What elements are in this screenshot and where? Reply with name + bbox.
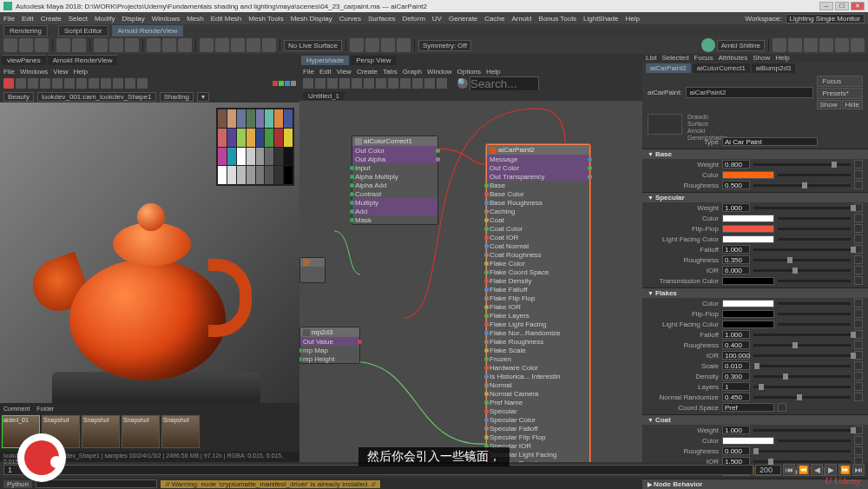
menu-generate[interactable]: Generate bbox=[449, 15, 477, 23]
moduleset-dropdown[interactable]: Rendering bbox=[3, 25, 48, 36]
node-aicolorcorrect1[interactable]: aiColorCorrect1 Out Color Out Alpha Inpu… bbox=[352, 135, 438, 225]
channel-box-icon[interactable] bbox=[804, 38, 818, 52]
snap-curve-icon[interactable] bbox=[215, 38, 229, 52]
node-cp-input-28[interactable]: Specular Falloff bbox=[487, 424, 589, 433]
rv-isolate-icon[interactable] bbox=[76, 78, 87, 89]
color-channel-icons[interactable] bbox=[273, 81, 296, 86]
ae-value-field[interactable]: 0.400 bbox=[722, 340, 750, 349]
node-port-input[interactable]: Input bbox=[352, 163, 437, 172]
menu-mesh[interactable]: Mesh bbox=[187, 15, 204, 23]
node-port-outalpha[interactable]: Out Alpha bbox=[352, 155, 437, 163]
node-graph[interactable]: aiColorCorrect1 Out Color Out Alpha Inpu… bbox=[299, 101, 642, 462]
hs-tab-perspview[interactable]: Persp View bbox=[351, 56, 396, 65]
hs-tool-remove-icon[interactable] bbox=[388, 78, 398, 89]
panel-tab-arnoldrenderview[interactable]: Arnold RenderView bbox=[112, 25, 184, 36]
timeline-end-field[interactable]: 200 bbox=[755, 465, 781, 475]
ae-color-swatch[interactable] bbox=[722, 171, 774, 179]
ae-slider[interactable] bbox=[778, 323, 851, 326]
rv-shading-dropdown[interactable]: Shading bbox=[160, 92, 194, 102]
ae-value-field[interactable]: 0.500 bbox=[722, 181, 750, 189]
render-icon[interactable] bbox=[365, 38, 379, 52]
ae-map-button[interactable] bbox=[854, 299, 863, 307]
menu-cache[interactable]: Cache bbox=[484, 15, 504, 23]
node-cp-input-15[interactable]: Flake Layers bbox=[487, 311, 589, 320]
node-cp-input-14[interactable]: Flake IOR bbox=[487, 302, 589, 311]
play-forward-icon[interactable]: ▶ bbox=[825, 464, 837, 476]
modeling-toolkit-icon[interactable] bbox=[851, 38, 865, 52]
ae-slider[interactable] bbox=[753, 375, 851, 378]
ae-map-button[interactable] bbox=[854, 224, 863, 233]
ae-slider[interactable] bbox=[753, 248, 851, 251]
menu-create[interactable]: Create bbox=[41, 15, 62, 23]
hs-menu-file[interactable]: File bbox=[303, 68, 314, 76]
node-port-outcolor[interactable]: Out Color bbox=[352, 146, 437, 155]
minimize-button[interactable]: ─ bbox=[819, 2, 833, 10]
close-button[interactable]: ✕ bbox=[851, 2, 865, 10]
ae-slider[interactable] bbox=[753, 207, 851, 209]
ae-section-base[interactable]: Base bbox=[642, 149, 868, 159]
ae-map-button[interactable] bbox=[854, 361, 863, 370]
ae-slider[interactable] bbox=[753, 386, 851, 388]
snap-grid-icon[interactable] bbox=[200, 38, 214, 52]
rv-settings-icon[interactable] bbox=[113, 78, 123, 89]
menu-edit[interactable]: Edit bbox=[22, 15, 34, 23]
ae-value-field[interactable]: 1.000 bbox=[722, 330, 750, 339]
rv-aov-dropdown[interactable]: Beauty bbox=[3, 92, 34, 102]
hs-tool-clear-icon[interactable] bbox=[352, 78, 362, 89]
node-cp-input-26[interactable]: Specular bbox=[487, 406, 589, 415]
ae-slider[interactable] bbox=[753, 460, 851, 463]
hs-tool-add-icon[interactable] bbox=[376, 78, 386, 89]
node-cp-outtrans[interactable]: Out Transparency bbox=[487, 172, 589, 181]
node-cp-input-10[interactable]: Flake Coord Space bbox=[487, 268, 589, 276]
ae-map-button[interactable] bbox=[854, 181, 863, 189]
ae-menu-attributes[interactable]: Attributes bbox=[718, 54, 747, 62]
account-icon[interactable] bbox=[701, 38, 715, 52]
hs-search-input[interactable] bbox=[470, 76, 539, 91]
go-to-end-icon[interactable]: ⏭ bbox=[852, 464, 865, 476]
rv-camera-dropdown[interactable]: lookdev_001:cam_lookdev_Shape1 bbox=[37, 92, 156, 102]
rv-exposure-dropdown[interactable]: ▾ bbox=[197, 92, 209, 102]
move-tool-icon[interactable] bbox=[147, 38, 161, 52]
snap-point-icon[interactable] bbox=[231, 38, 245, 52]
hs-tool-input-icon[interactable] bbox=[315, 78, 326, 89]
ae-map-button[interactable] bbox=[854, 382, 863, 391]
node-port-alphamultiply[interactable]: Alpha Multiply bbox=[352, 172, 437, 181]
rv-menu-help[interactable]: Help bbox=[74, 68, 88, 76]
ae-map-button[interactable] bbox=[854, 235, 863, 243]
toolbox-icon[interactable] bbox=[788, 38, 802, 52]
ae-tab-aicolorcorrect1[interactable]: aiColorCorrect1 bbox=[693, 63, 750, 73]
node-cp-input-25[interactable]: Pref Name bbox=[487, 398, 589, 406]
hs-menu-create[interactable]: Create bbox=[357, 68, 378, 76]
ae-slider[interactable] bbox=[778, 174, 851, 176]
hs-tool-hide-icon[interactable] bbox=[412, 78, 423, 89]
ae-tab-aibump2d3[interactable]: aiBump2d3 bbox=[752, 63, 795, 73]
ae-value-field[interactable]: 1 bbox=[722, 382, 750, 391]
hs-tool-graph-materials-icon[interactable] bbox=[303, 78, 313, 89]
symmetry-dropdown[interactable]: Symmetry: Off bbox=[418, 40, 471, 51]
hs-menu-help[interactable]: Help bbox=[486, 68, 500, 76]
node-cp-input-16[interactable]: Flake Light Facing bbox=[487, 320, 589, 328]
paint-select-icon[interactable] bbox=[125, 38, 139, 52]
ae-menu-focus[interactable]: Focus bbox=[694, 54, 713, 62]
node-bump2d[interactable]: mp2d3 Out Value mp Map mp Height bbox=[299, 327, 360, 364]
hs-menu-window[interactable]: Window bbox=[427, 68, 451, 76]
ae-slider[interactable] bbox=[753, 396, 851, 399]
node-cp-input-24[interactable]: Normal Camera bbox=[487, 389, 589, 398]
rv-thumb-2[interactable]: Snapshot bbox=[82, 415, 120, 448]
rv-thumb-4[interactable]: Snapshot bbox=[161, 415, 200, 448]
node-cp-input-2[interactable]: Base Roughness bbox=[487, 198, 589, 207]
node-cp-input-18[interactable]: Flake Roughness bbox=[487, 337, 589, 346]
ae-menu-help[interactable]: Help bbox=[775, 54, 789, 62]
menu-help[interactable]: Help bbox=[625, 15, 639, 23]
ae-color-swatch[interactable] bbox=[722, 300, 774, 307]
account-dropdown[interactable]: Arnld Shitine bbox=[717, 40, 765, 51]
node-cp-input-4[interactable]: Coat bbox=[487, 215, 589, 224]
ae-slider[interactable] bbox=[753, 269, 851, 272]
menu-editmesh[interactable]: Edit Mesh bbox=[211, 15, 242, 23]
ae-slider[interactable] bbox=[753, 184, 851, 187]
node-cp-input-21[interactable]: Hardware Color bbox=[487, 363, 589, 372]
ae-value-field[interactable]: 0.010 bbox=[722, 361, 750, 370]
ae-value-field[interactable]: 0.800 bbox=[722, 160, 750, 169]
ae-slider[interactable] bbox=[778, 313, 851, 315]
ae-slider[interactable] bbox=[753, 450, 851, 453]
